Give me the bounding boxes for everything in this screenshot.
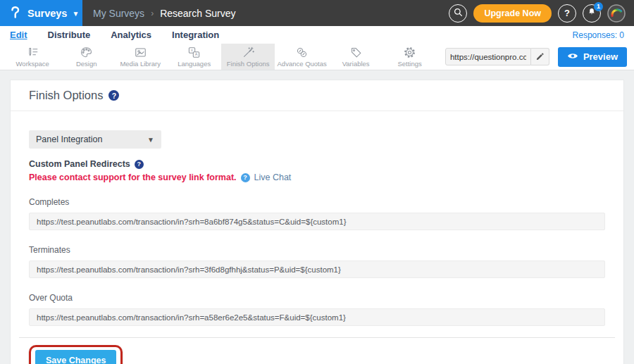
toolbar-item-variables[interactable]: Variables [329, 44, 383, 70]
search-icon [453, 7, 464, 20]
pencil-icon [535, 52, 545, 61]
divider [19, 337, 615, 338]
breadcrumb-current-survey: Research Survey [160, 8, 235, 19]
svg-text:A: A [195, 52, 198, 56]
toolbar-item-design[interactable]: Design [59, 44, 113, 70]
terminates-input[interactable] [29, 261, 605, 278]
svg-text:x: x [191, 48, 193, 52]
advance-quotas-icon [295, 46, 309, 59]
page-title: Finish Options [29, 89, 103, 102]
workspace-icon [26, 46, 39, 59]
avatar[interactable] [607, 4, 626, 23]
chevron-down-icon: ▼ [147, 136, 154, 144]
toolbar-item-settings[interactable]: Settings [383, 44, 436, 70]
annotation-highlight-ring: Save Changes [29, 345, 123, 364]
notifications-button[interactable]: 1 [583, 4, 601, 23]
support-notice: Please contact support for the survey li… [29, 172, 237, 182]
finish-options-help-icon[interactable]: ? [108, 90, 119, 101]
over-quota-label: Over Quota [29, 293, 605, 303]
eye-icon [567, 51, 578, 62]
toolbar-item-workspace[interactable]: Workspace [6, 44, 59, 70]
responses-count[interactable]: Responses: 0 [573, 30, 624, 40]
over-quota-input[interactable] [29, 308, 605, 326]
notification-badge: 1 [594, 2, 603, 11]
toolbar-item-finish-options[interactable]: Finish Options [221, 44, 275, 70]
edit-url-button[interactable] [531, 48, 549, 65]
product-switcher[interactable]: Surveys ▼ [0, 0, 82, 26]
panel-integration-value: Panel Integration [36, 134, 103, 144]
settings-icon [403, 46, 416, 59]
live-chat-link[interactable]: Live Chat [254, 172, 292, 182]
topbar-actions: Upgrade Now ? 1 [449, 0, 634, 26]
completes-label: Completes [29, 197, 605, 207]
card-header: Finish Options ? [11, 80, 623, 111]
tab-distribute[interactable]: Distribute [48, 30, 91, 40]
main-content: Finish Options ? Panel Integration ▼ Cus… [0, 70, 634, 364]
save-changes-button[interactable]: Save Changes [35, 350, 116, 364]
question-mark-icon: ? [564, 8, 570, 18]
upgrade-now-button[interactable]: Upgrade Now [473, 4, 552, 23]
breadcrumb-my-surveys[interactable]: My Surveys [93, 8, 144, 19]
toolbar-item-languages[interactable]: xA Languages [167, 44, 220, 70]
topbar: Surveys ▼ My Surveys › Research Survey U… [0, 0, 634, 26]
help-button[interactable]: ? [558, 4, 576, 23]
support-notice-row: Please contact support for the survey li… [29, 172, 605, 182]
breadcrumb-separator: › [151, 8, 154, 18]
edit-toolbar: Workspace Design Media Library xA Langua… [0, 44, 634, 70]
preview-button[interactable]: Preview [558, 47, 627, 67]
tab-edit[interactable]: Edit [10, 30, 27, 40]
tab-integration[interactable]: Integration [172, 30, 219, 40]
product-name: Surveys [27, 8, 67, 19]
terminates-label: Terminates [29, 245, 605, 255]
survey-url-input[interactable] [445, 48, 531, 65]
card-body: Panel Integration ▼ Custom Panel Redirec… [11, 111, 623, 364]
search-button[interactable] [449, 4, 467, 23]
custom-panel-redirects-row: Custom Panel Redirects ? [29, 159, 605, 169]
panel-integration-dropdown[interactable]: Panel Integration ▼ [29, 130, 161, 149]
survey-url-group [445, 44, 549, 70]
variables-icon [349, 46, 363, 59]
chevron-down-icon: ▼ [72, 10, 79, 18]
media-library-icon [134, 46, 147, 59]
completes-input[interactable] [29, 213, 605, 230]
design-icon [80, 46, 93, 59]
breadcrumb: My Surveys › Research Survey [82, 0, 236, 26]
finish-options-icon [242, 46, 255, 59]
toolbar-item-media-library[interactable]: Media Library [113, 44, 167, 70]
section-heading: Custom Panel Redirects [29, 159, 130, 169]
toolbar-item-advance-quotas[interactable]: Advance Quotas [275, 44, 328, 70]
languages-icon: xA [187, 46, 201, 59]
custom-panel-redirects-help-icon[interactable]: ? [135, 160, 144, 169]
finish-options-card: Finish Options ? Panel Integration ▼ Cus… [10, 80, 624, 364]
live-chat-help-icon[interactable]: ? [241, 173, 250, 182]
survey-subnav: Edit Distribute Analytics Integration Re… [0, 26, 634, 44]
questionpro-logo-icon [8, 4, 23, 23]
tab-analytics[interactable]: Analytics [111, 30, 151, 40]
